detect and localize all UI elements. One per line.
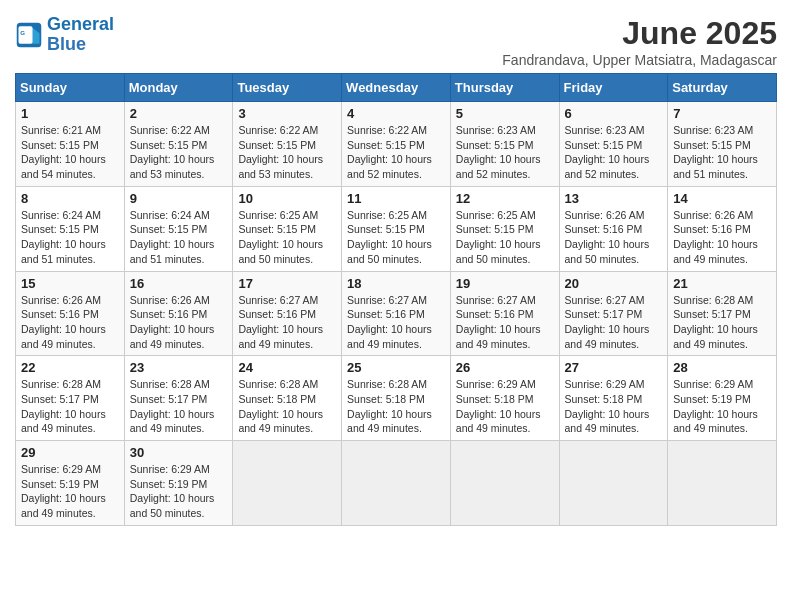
day-info: Sunrise: 6:26 AMSunset: 5:16 PMDaylight:…: [21, 293, 119, 352]
day-info: Sunrise: 6:29 AMSunset: 5:19 PMDaylight:…: [673, 377, 771, 436]
day-number: 2: [130, 106, 228, 121]
day-number: 4: [347, 106, 445, 121]
day-cell: 29 Sunrise: 6:29 AMSunset: 5:19 PMDaylig…: [16, 441, 125, 526]
day-cell: 30 Sunrise: 6:29 AMSunset: 5:19 PMDaylig…: [124, 441, 233, 526]
day-info: Sunrise: 6:23 AMSunset: 5:15 PMDaylight:…: [565, 123, 663, 182]
svg-text:G: G: [20, 29, 25, 36]
day-cell: 22 Sunrise: 6:28 AMSunset: 5:17 PMDaylig…: [16, 356, 125, 441]
day-info: Sunrise: 6:24 AMSunset: 5:15 PMDaylight:…: [21, 208, 119, 267]
day-info: Sunrise: 6:27 AMSunset: 5:17 PMDaylight:…: [565, 293, 663, 352]
day-cell: 11 Sunrise: 6:25 AMSunset: 5:15 PMDaylig…: [342, 186, 451, 271]
week-row-4: 22 Sunrise: 6:28 AMSunset: 5:17 PMDaylig…: [16, 356, 777, 441]
day-cell: 2 Sunrise: 6:22 AMSunset: 5:15 PMDayligh…: [124, 102, 233, 187]
day-number: 3: [238, 106, 336, 121]
header-row: SundayMondayTuesdayWednesdayThursdayFrid…: [16, 74, 777, 102]
day-cell: 9 Sunrise: 6:24 AMSunset: 5:15 PMDayligh…: [124, 186, 233, 271]
location-subtitle: Fandrandava, Upper Matsiatra, Madagascar: [502, 52, 777, 68]
day-info: Sunrise: 6:28 AMSunset: 5:18 PMDaylight:…: [347, 377, 445, 436]
day-info: Sunrise: 6:29 AMSunset: 5:19 PMDaylight:…: [130, 462, 228, 521]
day-info: Sunrise: 6:24 AMSunset: 5:15 PMDaylight:…: [130, 208, 228, 267]
day-number: 24: [238, 360, 336, 375]
day-number: 14: [673, 191, 771, 206]
day-number: 23: [130, 360, 228, 375]
day-cell: [668, 441, 777, 526]
page-header: G General Blue June 2025 Fandrandava, Up…: [15, 15, 777, 68]
day-number: 18: [347, 276, 445, 291]
day-info: Sunrise: 6:29 AMSunset: 5:18 PMDaylight:…: [456, 377, 554, 436]
day-number: 30: [130, 445, 228, 460]
day-number: 21: [673, 276, 771, 291]
day-cell: 1 Sunrise: 6:21 AMSunset: 5:15 PMDayligh…: [16, 102, 125, 187]
day-cell: 7 Sunrise: 6:23 AMSunset: 5:15 PMDayligh…: [668, 102, 777, 187]
day-info: Sunrise: 6:25 AMSunset: 5:15 PMDaylight:…: [238, 208, 336, 267]
day-number: 7: [673, 106, 771, 121]
day-info: Sunrise: 6:28 AMSunset: 5:18 PMDaylight:…: [238, 377, 336, 436]
day-info: Sunrise: 6:27 AMSunset: 5:16 PMDaylight:…: [456, 293, 554, 352]
logo-line2: Blue: [47, 35, 114, 55]
day-cell: [559, 441, 668, 526]
day-number: 19: [456, 276, 554, 291]
day-number: 8: [21, 191, 119, 206]
day-number: 10: [238, 191, 336, 206]
day-cell: 14 Sunrise: 6:26 AMSunset: 5:16 PMDaylig…: [668, 186, 777, 271]
day-info: Sunrise: 6:22 AMSunset: 5:15 PMDaylight:…: [347, 123, 445, 182]
day-number: 1: [21, 106, 119, 121]
day-cell: 8 Sunrise: 6:24 AMSunset: 5:15 PMDayligh…: [16, 186, 125, 271]
day-cell: 20 Sunrise: 6:27 AMSunset: 5:17 PMDaylig…: [559, 271, 668, 356]
day-cell: 21 Sunrise: 6:28 AMSunset: 5:17 PMDaylig…: [668, 271, 777, 356]
day-cell: 13 Sunrise: 6:26 AMSunset: 5:16 PMDaylig…: [559, 186, 668, 271]
day-cell: 24 Sunrise: 6:28 AMSunset: 5:18 PMDaylig…: [233, 356, 342, 441]
day-cell: 4 Sunrise: 6:22 AMSunset: 5:15 PMDayligh…: [342, 102, 451, 187]
logo-icon: G: [15, 21, 43, 49]
col-header-friday: Friday: [559, 74, 668, 102]
day-cell: 28 Sunrise: 6:29 AMSunset: 5:19 PMDaylig…: [668, 356, 777, 441]
title-block: June 2025 Fandrandava, Upper Matsiatra, …: [502, 15, 777, 68]
day-cell: 16 Sunrise: 6:26 AMSunset: 5:16 PMDaylig…: [124, 271, 233, 356]
day-number: 27: [565, 360, 663, 375]
day-cell: 5 Sunrise: 6:23 AMSunset: 5:15 PMDayligh…: [450, 102, 559, 187]
day-cell: 23 Sunrise: 6:28 AMSunset: 5:17 PMDaylig…: [124, 356, 233, 441]
day-info: Sunrise: 6:26 AMSunset: 5:16 PMDaylight:…: [673, 208, 771, 267]
day-info: Sunrise: 6:23 AMSunset: 5:15 PMDaylight:…: [456, 123, 554, 182]
day-info: Sunrise: 6:25 AMSunset: 5:15 PMDaylight:…: [347, 208, 445, 267]
day-info: Sunrise: 6:27 AMSunset: 5:16 PMDaylight:…: [238, 293, 336, 352]
day-cell: 10 Sunrise: 6:25 AMSunset: 5:15 PMDaylig…: [233, 186, 342, 271]
day-info: Sunrise: 6:22 AMSunset: 5:15 PMDaylight:…: [130, 123, 228, 182]
week-row-2: 8 Sunrise: 6:24 AMSunset: 5:15 PMDayligh…: [16, 186, 777, 271]
calendar-table: SundayMondayTuesdayWednesdayThursdayFrid…: [15, 73, 777, 526]
day-number: 16: [130, 276, 228, 291]
logo: G General Blue: [15, 15, 114, 55]
col-header-saturday: Saturday: [668, 74, 777, 102]
day-number: 22: [21, 360, 119, 375]
week-row-5: 29 Sunrise: 6:29 AMSunset: 5:19 PMDaylig…: [16, 441, 777, 526]
day-number: 28: [673, 360, 771, 375]
day-number: 17: [238, 276, 336, 291]
day-number: 9: [130, 191, 228, 206]
day-info: Sunrise: 6:23 AMSunset: 5:15 PMDaylight:…: [673, 123, 771, 182]
day-cell: [450, 441, 559, 526]
day-cell: 3 Sunrise: 6:22 AMSunset: 5:15 PMDayligh…: [233, 102, 342, 187]
day-info: Sunrise: 6:29 AMSunset: 5:18 PMDaylight:…: [565, 377, 663, 436]
day-info: Sunrise: 6:28 AMSunset: 5:17 PMDaylight:…: [21, 377, 119, 436]
day-cell: [233, 441, 342, 526]
day-info: Sunrise: 6:28 AMSunset: 5:17 PMDaylight:…: [130, 377, 228, 436]
day-info: Sunrise: 6:28 AMSunset: 5:17 PMDaylight:…: [673, 293, 771, 352]
day-cell: 12 Sunrise: 6:25 AMSunset: 5:15 PMDaylig…: [450, 186, 559, 271]
col-header-sunday: Sunday: [16, 74, 125, 102]
day-number: 26: [456, 360, 554, 375]
day-number: 12: [456, 191, 554, 206]
day-number: 20: [565, 276, 663, 291]
col-header-thursday: Thursday: [450, 74, 559, 102]
month-title: June 2025: [502, 15, 777, 52]
day-cell: 25 Sunrise: 6:28 AMSunset: 5:18 PMDaylig…: [342, 356, 451, 441]
day-number: 6: [565, 106, 663, 121]
day-number: 13: [565, 191, 663, 206]
day-cell: 26 Sunrise: 6:29 AMSunset: 5:18 PMDaylig…: [450, 356, 559, 441]
day-number: 29: [21, 445, 119, 460]
col-header-monday: Monday: [124, 74, 233, 102]
day-cell: 19 Sunrise: 6:27 AMSunset: 5:16 PMDaylig…: [450, 271, 559, 356]
day-info: Sunrise: 6:29 AMSunset: 5:19 PMDaylight:…: [21, 462, 119, 521]
week-row-1: 1 Sunrise: 6:21 AMSunset: 5:15 PMDayligh…: [16, 102, 777, 187]
day-info: Sunrise: 6:26 AMSunset: 5:16 PMDaylight:…: [130, 293, 228, 352]
week-row-3: 15 Sunrise: 6:26 AMSunset: 5:16 PMDaylig…: [16, 271, 777, 356]
